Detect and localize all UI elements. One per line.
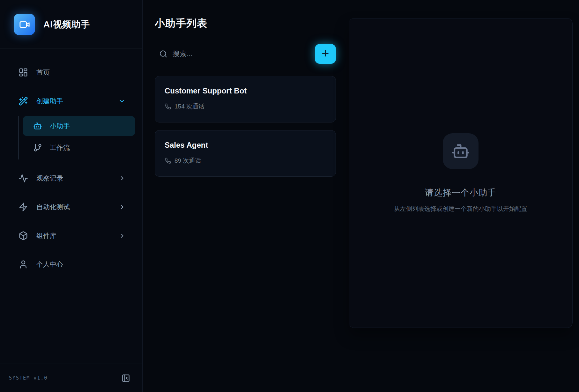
search-row: + — [155, 44, 336, 64]
sidebar: AI视频助手 首页 创建助手 — [0, 0, 143, 392]
sidebar-item-profile[interactable]: 个人中心 — [8, 256, 135, 273]
sidebar-item-observation-records[interactable]: 观察记录 — [8, 170, 135, 187]
sidebar-item-label: 观察记录 — [36, 174, 63, 183]
assistant-detail-panel: 请选择一个小助手 从左侧列表选择或创建一个新的小助手以开始配置 — [349, 18, 573, 328]
empty-state-title: 请选择一个小助手 — [425, 187, 496, 198]
sidebar-item-create-assistant[interactable]: 创建助手 — [8, 92, 135, 110]
phone-icon — [165, 103, 171, 110]
sidebar-item-automation-test[interactable]: 自动化测试 — [8, 198, 135, 216]
bot-icon-container — [443, 133, 479, 169]
sidebar-item-label: 首页 — [36, 68, 50, 77]
magic-wand-icon — [19, 96, 28, 106]
sidebar-item-workflow[interactable]: 工作流 — [23, 138, 135, 158]
app-brand: AI视频助手 — [0, 0, 142, 49]
sidebar-item-component-library[interactable]: 组件库 — [8, 227, 135, 244]
sidebar-item-home[interactable]: 首页 — [8, 64, 135, 81]
sidebar-item-label: 组件库 — [36, 231, 56, 240]
sidebar-item-label: 自动化测试 — [36, 203, 70, 211]
panel-collapse-icon — [122, 374, 130, 382]
search-box — [155, 50, 315, 58]
sidebar-footer: SYSTEM v1.0 — [0, 364, 142, 392]
assistant-cards: Customer Support Bot 154 次通话 Sales Agent… — [155, 76, 336, 184]
app-logo — [14, 14, 35, 35]
chevron-right-icon — [119, 204, 125, 210]
app-title: AI视频助手 — [43, 18, 90, 31]
chevron-right-icon — [119, 175, 125, 181]
sidebar-item-label: 工作流 — [50, 143, 70, 152]
assistant-name: Sales Agent — [165, 141, 326, 150]
user-icon — [19, 260, 28, 269]
sidebar-item-label: 小助手 — [50, 122, 70, 130]
video-camera-icon — [19, 19, 30, 30]
system-version: SYSTEM v1.0 — [9, 375, 48, 381]
chevron-right-icon — [119, 233, 125, 239]
sidebar-item-assistants[interactable]: 小助手 — [23, 116, 135, 136]
search-input[interactable] — [173, 50, 315, 58]
sidebar-submenu: 小助手 工作流 — [18, 116, 135, 159]
call-count-label: 154 次通话 — [174, 102, 204, 111]
activity-icon — [19, 174, 28, 183]
collapse-sidebar-button[interactable] — [122, 374, 130, 382]
lightning-icon — [19, 202, 28, 212]
sidebar-item-label: 个人中心 — [36, 260, 63, 269]
assistant-call-count: 154 次通话 — [165, 102, 326, 111]
call-count-label: 89 次通话 — [174, 157, 201, 165]
phone-icon — [165, 158, 171, 164]
assistant-card[interactable]: Sales Agent 89 次通话 — [155, 130, 336, 177]
chevron-down-icon — [118, 98, 125, 105]
assistant-list-panel: 小助手列表 + Customer Support Bot 154 次通话 — [143, 0, 349, 392]
robot-icon — [33, 122, 42, 130]
assistant-name: Customer Support Bot — [165, 86, 326, 95]
app-root: AI视频助手 首页 创建助手 — [0, 0, 579, 392]
robot-icon — [451, 142, 470, 160]
page-title: 小助手列表 — [155, 17, 336, 31]
cube-icon — [19, 231, 28, 240]
sidebar-nav: 首页 创建助手 小助手 — [0, 49, 142, 285]
add-assistant-button[interactable]: + — [315, 44, 336, 64]
search-icon — [159, 50, 167, 58]
sidebar-item-label: 创建助手 — [36, 97, 63, 106]
dashboard-icon — [19, 68, 28, 77]
git-branch-icon — [33, 143, 42, 152]
assistant-card[interactable]: Customer Support Bot 154 次通话 — [155, 76, 336, 122]
assistant-call-count: 89 次通话 — [165, 157, 326, 165]
empty-state-subtitle: 从左侧列表选择或创建一个新的小助手以开始配置 — [394, 205, 527, 213]
